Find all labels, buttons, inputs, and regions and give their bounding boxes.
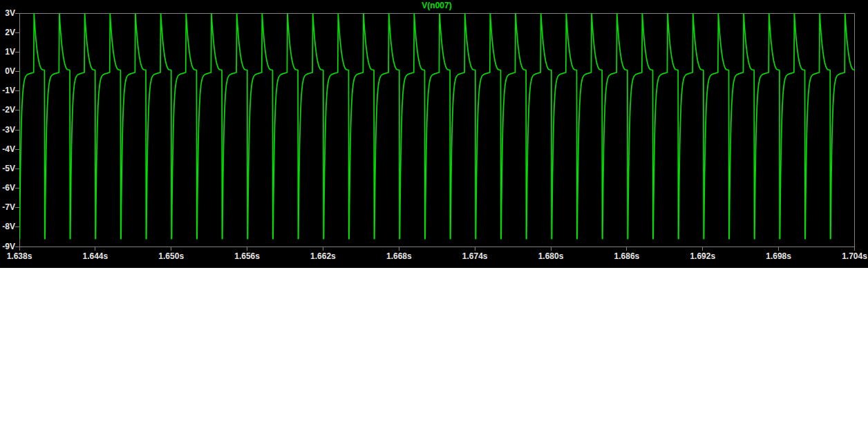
y-axis-label: -5V (0, 164, 15, 174)
y-axis-label: -1V (0, 86, 15, 96)
y-axis-label: -6V (0, 183, 15, 193)
waveform-chart[interactable] (0, 0, 868, 268)
y-axis-label: -4V (0, 144, 15, 155)
y-axis-label: 2V (0, 28, 15, 38)
y-axis-label: 1V (0, 47, 15, 57)
x-axis-label: 1.686s (605, 251, 649, 262)
window-background (0, 268, 868, 424)
waveform-panel: V(n007) 3V2V1V0V-1V-2V-3V-4V-5V-6V-7V-8V… (0, 0, 868, 268)
y-axis-label: -9V (0, 242, 15, 252)
y-axis-label: 3V (0, 8, 15, 19)
x-axis-label: 1.680s (529, 251, 573, 262)
x-axis-label: 1.662s (301, 251, 345, 262)
x-axis-label: 1.644s (73, 251, 117, 262)
x-axis-label: 1.668s (377, 251, 421, 262)
x-axis-label: 1.638s (0, 251, 41, 262)
y-axis-label: -7V (0, 202, 15, 213)
waveform-trace[interactable] (12, 13, 862, 239)
y-axis-label: -8V (0, 222, 15, 232)
x-axis-label: 1.656s (225, 251, 270, 262)
y-axis-label: -3V (0, 125, 15, 135)
x-axis-label: 1.674s (453, 251, 497, 262)
x-axis-label: 1.692s (681, 251, 725, 262)
y-axis-label: 0V (0, 66, 15, 77)
x-axis-label: 1.650s (149, 251, 194, 262)
y-axis-label: -2V (0, 105, 15, 115)
x-axis-label: 1.704s (833, 251, 868, 262)
x-axis-label: 1.698s (757, 251, 801, 262)
